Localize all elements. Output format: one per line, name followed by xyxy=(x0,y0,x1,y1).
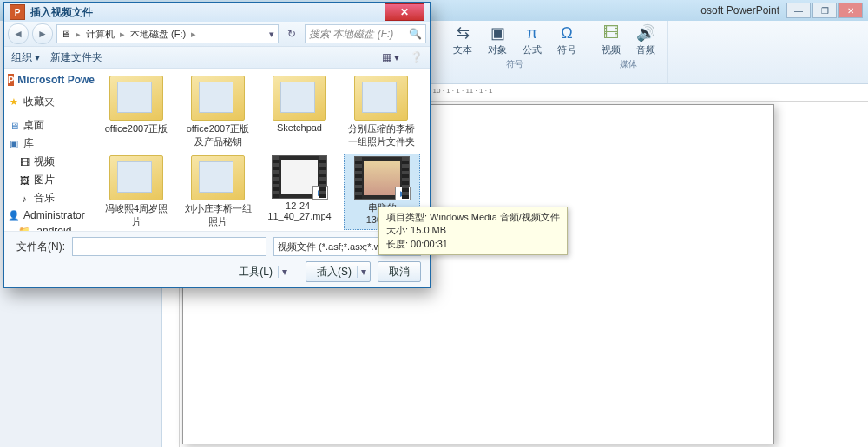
breadcrumb-seg[interactable]: 本地磁盘 (F:) xyxy=(130,28,186,41)
filename-label: 文件名(N): xyxy=(13,240,65,254)
video-icon: 🎞 xyxy=(601,23,621,43)
tooltip-filetype: 项目类型: Windows Media 音频/视频文件 xyxy=(386,211,560,224)
tree-videos[interactable]: 🎞视频 xyxy=(6,153,93,171)
desktop-icon: 🖥 xyxy=(8,120,20,132)
view-options-button[interactable]: ▦ ▾ xyxy=(382,51,399,63)
ribbon-object-button[interactable]: ▣对象 xyxy=(484,23,510,56)
tree-desktop[interactable]: 🖥桌面 xyxy=(6,116,93,135)
help-icon[interactable]: ❔ xyxy=(410,51,423,63)
file-item[interactable]: office2007正版 xyxy=(99,74,174,150)
computer-icon: 🖥 xyxy=(61,29,70,39)
ribbon-group-label: 媒体 xyxy=(620,58,637,70)
audio-icon: 🔊 xyxy=(635,23,656,43)
tree-administrator[interactable]: 👤Administrator xyxy=(6,207,93,223)
user-icon: 👤 xyxy=(8,209,20,221)
file-item[interactable]: office2007正版及产品秘钥 xyxy=(181,74,255,150)
new-folder-button[interactable]: 新建文件夹 xyxy=(50,50,102,65)
picture-folder-icon: 🖼 xyxy=(18,174,30,187)
tree-favorites[interactable]: ★收藏夹 xyxy=(6,93,93,111)
text-icon: ⇆ xyxy=(452,23,473,43)
dialog-body: PMicrosoft PowerP... ★收藏夹 🖥桌面 ▣库 🎞视频 🖼图片… xyxy=(4,69,430,231)
insert-button[interactable]: 插入(S)▾ xyxy=(306,261,371,282)
cancel-button[interactable]: 取消 xyxy=(378,261,421,282)
file-tooltip: 项目类型: Windows Media 音频/视频文件 大小: 15.0 MB … xyxy=(378,207,568,255)
search-placeholder: 搜索 本地磁盘 (F:) xyxy=(309,27,393,42)
dialog-title: 插入视频文件 xyxy=(30,5,93,20)
tree-pictures[interactable]: 🖼图片 xyxy=(6,171,93,189)
nav-tree[interactable]: PMicrosoft PowerP... ★收藏夹 🖥桌面 ▣库 🎞视频 🖼图片… xyxy=(4,69,95,231)
ribbon-equation-button[interactable]: π公式 xyxy=(519,23,545,56)
play-icon: ▶ xyxy=(312,186,328,200)
object-icon: ▣ xyxy=(487,23,508,43)
ppt-restore-button[interactable]: ❐ xyxy=(812,3,837,18)
file-item[interactable]: 冯峻熙4周岁照片 xyxy=(99,154,174,230)
tree-music[interactable]: ♪音乐 xyxy=(6,189,93,207)
dialog-close-button[interactable]: ✕ xyxy=(385,3,424,21)
tree-android[interactable]: 📁.android xyxy=(6,223,93,231)
music-folder-icon: ♪ xyxy=(18,193,30,205)
breadcrumb-seg[interactable]: 计算机 xyxy=(86,28,115,41)
folder-icon xyxy=(273,76,326,121)
dialog-nav-bar: ◄ ► 🖥▸ 计算机▸ 本地磁盘 (F:)▸ ▾ ↻ 搜索 本地磁盘 (F:) … xyxy=(4,22,430,47)
dialog-footer: 文件名(N): 视频文件 (*.asf;*.asx;*.wpl;*.wr▾ 工具… xyxy=(4,231,430,287)
nav-forward-button[interactable]: ► xyxy=(32,23,53,44)
tree-libraries[interactable]: ▣库 xyxy=(6,135,93,153)
filename-input[interactable] xyxy=(72,237,266,256)
ribbon-group-label: 符号 xyxy=(506,58,523,70)
folder-icon xyxy=(191,155,245,200)
ribbon-video-button[interactable]: 🎞视频 xyxy=(598,23,624,56)
folder-icon: 📁 xyxy=(18,225,30,231)
chevron-down-icon: ▾ xyxy=(278,266,287,278)
file-item[interactable]: 分别压缩的李桥一组照片文件夹 xyxy=(344,74,418,150)
powerpoint-app-icon: P xyxy=(10,4,25,20)
star-icon: ★ xyxy=(8,96,20,108)
nav-back-button[interactable]: ◄ xyxy=(8,23,29,44)
play-icon: ▶ xyxy=(395,187,411,200)
video-thumb-icon: ▶ xyxy=(354,156,410,200)
search-icon: 🔍 xyxy=(409,28,422,40)
tools-button[interactable]: 工具(L)▾ xyxy=(227,261,299,282)
ppt-close-button[interactable]: ✕ xyxy=(838,3,863,18)
breadcrumb[interactable]: 🖥▸ 计算机▸ 本地磁盘 (F:)▸ ▾ xyxy=(56,24,279,43)
file-item[interactable]: 刘小庄李桥一组照片 xyxy=(181,154,255,230)
omega-icon: Ω xyxy=(556,23,577,43)
tooltip-size: 大小: 15.0 MB xyxy=(386,224,560,237)
folder-icon xyxy=(191,76,245,121)
file-item[interactable]: Sketchpad xyxy=(262,74,337,150)
video-thumb-icon: ▶ xyxy=(272,155,327,199)
folder-icon xyxy=(109,76,163,121)
dialog-toolbar: 组织 ▾ 新建文件夹 ▦ ▾ ❔ xyxy=(4,47,430,69)
ppt-window-controls: — ❐ ✕ xyxy=(786,3,863,18)
ppt-minimize-button[interactable]: — xyxy=(786,3,811,18)
tree-powerpoint[interactable]: PMicrosoft PowerP... xyxy=(6,72,93,88)
ribbon-symbol-button[interactable]: Ω符号 xyxy=(554,23,580,56)
organize-button[interactable]: 组织 ▾ xyxy=(11,50,40,65)
folder-icon xyxy=(109,155,163,200)
chevron-down-icon[interactable]: ▾ xyxy=(269,29,274,40)
insert-video-dialog: P 插入视频文件 ✕ ◄ ► 🖥▸ 计算机▸ 本地磁盘 (F:)▸ ▾ ↻ 搜索… xyxy=(3,2,431,288)
tooltip-length: 长度: 00:00:31 xyxy=(386,238,560,251)
video-folder-icon: 🎞 xyxy=(18,156,30,168)
ribbon-text-button[interactable]: ⇆文本 xyxy=(450,23,476,56)
refresh-button[interactable]: ↻ xyxy=(282,28,301,40)
folder-icon xyxy=(354,76,408,121)
search-input[interactable]: 搜索 本地磁盘 (F:) 🔍 xyxy=(305,24,426,43)
chevron-down-icon: ▾ xyxy=(357,266,366,278)
ribbon-audio-button[interactable]: 🔊音频 xyxy=(633,23,659,56)
ribbon-group-media: 🎞视频 🔊音频 媒体 xyxy=(589,21,668,83)
library-icon: ▣ xyxy=(8,138,20,150)
dialog-titlebar[interactable]: P 插入视频文件 ✕ xyxy=(4,3,430,22)
file-item[interactable]: ▶12-24-11_40_27.mp4 xyxy=(262,154,337,230)
pi-icon: π xyxy=(522,23,542,43)
ribbon-group-symbols: ⇆文本 ▣对象 π公式 Ω符号 符号 xyxy=(441,21,589,83)
